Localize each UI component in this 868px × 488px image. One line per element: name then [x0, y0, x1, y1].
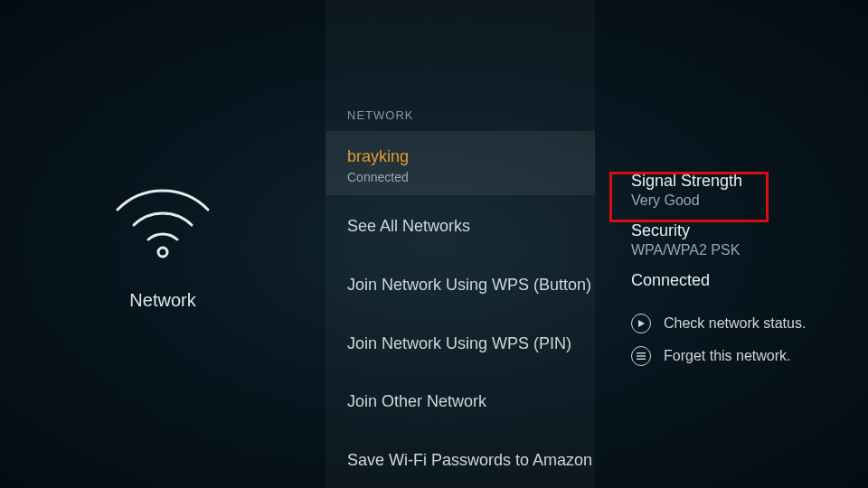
svg-rect-2	[637, 352, 646, 353]
security-value: WPA/WPA2 PSK	[631, 242, 846, 258]
list-item-label: Join Other Network	[347, 392, 486, 410]
play-icon	[631, 314, 651, 333]
network-item-wps-pin[interactable]: Join Network Using WPS (PIN)	[326, 313, 595, 371]
network-item-current[interactable]: brayking Connected	[326, 131, 595, 195]
security-label: Security	[631, 221, 846, 240]
network-section-header: NETWORK	[326, 108, 595, 131]
network-item-title: brayking	[347, 145, 573, 167]
network-details-panel: Signal Strength Very Good Security WPA/W…	[595, 0, 868, 488]
svg-point-0	[158, 248, 167, 257]
network-item-join-other[interactable]: Join Other Network	[326, 371, 595, 429]
security-block: Security WPA/WPA2 PSK	[631, 221, 846, 258]
action-forget-network[interactable]: Forget this network.	[631, 346, 846, 366]
network-item-wps-button[interactable]: Join Network Using WPS (Button)	[326, 254, 595, 313]
menu-icon	[631, 346, 651, 366]
svg-rect-3	[637, 355, 646, 356]
network-list-panel: NETWORK brayking Connected See All Netwo…	[326, 0, 595, 488]
network-item-see-all[interactable]: See All Networks	[326, 195, 595, 254]
list-item-label: Save Wi-Fi Passwords to Amazon	[347, 451, 592, 469]
svg-rect-4	[637, 359, 646, 360]
list-item-label: Join Network Using WPS (PIN)	[347, 334, 571, 352]
wifi-icon-block: Network	[108, 178, 217, 311]
left-title: Network	[129, 290, 195, 311]
signal-strength-block: Signal Strength Very Good	[631, 172, 846, 209]
list-item-label: Join Network Using WPS (Button)	[347, 276, 591, 294]
network-item-status: Connected	[347, 169, 573, 186]
left-panel: Network	[0, 0, 326, 488]
network-item-save-passwords[interactable]: Save Wi-Fi Passwords to Amazon	[326, 429, 595, 488]
signal-strength-label: Signal Strength	[631, 172, 846, 191]
action-label: Check network status.	[664, 315, 806, 332]
svg-marker-1	[638, 320, 645, 327]
action-label: Forget this network.	[664, 348, 791, 364]
action-check-status[interactable]: Check network status.	[631, 314, 846, 333]
connection-status: Connected	[631, 271, 846, 290]
signal-strength-value: Very Good	[631, 192, 846, 209]
wifi-icon	[108, 178, 217, 259]
list-item-label: See All Networks	[347, 217, 470, 235]
